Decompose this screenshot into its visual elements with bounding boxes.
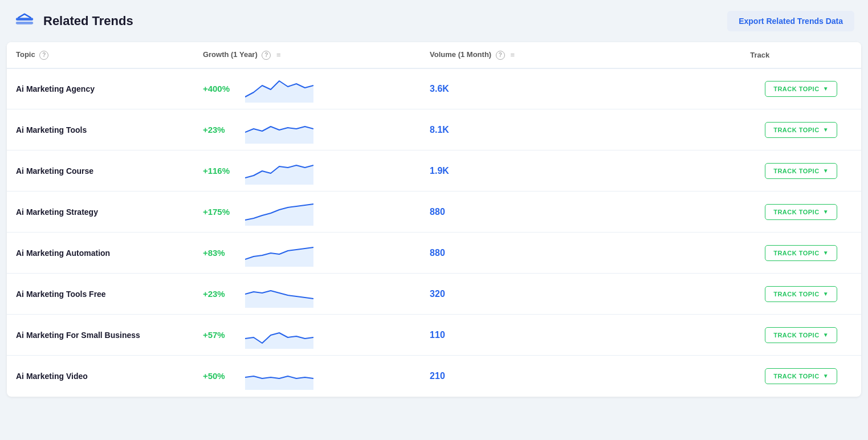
track-topic-button[interactable]: TRACK TOPIC▼ (765, 81, 837, 97)
growth-cell: +57% (203, 321, 411, 349)
table-container: Topic ? Growth (1 Year) ? ≡ Volume (1 Mo… (7, 42, 861, 397)
growth-cell: +116% (203, 157, 411, 185)
cell-track: TRACK TOPIC▼ (741, 233, 861, 274)
sparkline (245, 198, 313, 226)
track-button-arrow: ▼ (823, 332, 829, 338)
volume-info-icon[interactable]: ? (496, 51, 505, 60)
cell-topic: Ai Marketing Course (7, 150, 194, 192)
cell-growth: +116% (194, 150, 421, 192)
sparkline (245, 239, 313, 267)
growth-percent: +50% (203, 371, 238, 381)
track-button-arrow: ▼ (823, 127, 829, 133)
cell-track: TRACK TOPIC▼ (741, 315, 861, 356)
table-row: Ai Marketing Automation +83% 880TRACK TO… (7, 233, 861, 274)
growth-cell: +50% (203, 362, 411, 390)
table-header-row: Topic ? Growth (1 Year) ? ≡ Volume (1 Mo… (7, 42, 861, 68)
track-topic-button[interactable]: TRACK TOPIC▼ (765, 122, 837, 138)
page-container: Related Trends Export Related Trends Dat… (0, 0, 868, 440)
growth-percent: +83% (203, 248, 238, 258)
track-button-arrow: ▼ (823, 85, 829, 92)
growth-percent: +175% (203, 207, 238, 217)
track-topic-button[interactable]: TRACK TOPIC▼ (765, 368, 837, 384)
growth-cell: +83% (203, 239, 411, 267)
growth-percent: +23% (203, 125, 238, 135)
cell-track: TRACK TOPIC▼ (741, 109, 861, 150)
track-button-label: TRACK TOPIC (773, 291, 819, 298)
cell-growth: +50% (194, 356, 421, 397)
data-table: Topic ? Growth (1 Year) ? ≡ Volume (1 Mo… (7, 42, 861, 397)
track-button-arrow: ▼ (823, 209, 829, 215)
col-header-topic: Topic ? (7, 42, 194, 68)
track-topic-button[interactable]: TRACK TOPIC▼ (765, 204, 837, 220)
cell-topic: Ai Marketing Video (7, 356, 194, 397)
sparkline (245, 280, 313, 308)
growth-info-icon[interactable]: ? (262, 51, 271, 60)
track-button-label: TRACK TOPIC (773, 332, 819, 339)
export-button[interactable]: Export Related Trends Data (727, 11, 854, 31)
table-row: Ai Marketing Agency +400% 3.6KTRACK TOPI… (7, 68, 861, 109)
cell-volume: 880 (421, 192, 741, 233)
cell-growth: +175% (194, 192, 421, 233)
track-topic-button[interactable]: TRACK TOPIC▼ (765, 286, 837, 302)
logo-icon (14, 10, 35, 32)
growth-cell: +175% (203, 198, 411, 226)
track-topic-button[interactable]: TRACK TOPIC▼ (765, 327, 837, 343)
cell-growth: +400% (194, 68, 421, 109)
cell-topic: Ai Marketing Tools Free (7, 274, 194, 315)
cell-track: TRACK TOPIC▼ (741, 192, 861, 233)
cell-growth: +83% (194, 233, 421, 274)
cell-volume: 1.9K (421, 150, 741, 192)
cell-volume: 210 (421, 356, 741, 397)
track-button-label: TRACK TOPIC (773, 168, 819, 174)
table-row: Ai Marketing Course +116% 1.9KTRACK TOPI… (7, 150, 861, 192)
track-button-label: TRACK TOPIC (773, 373, 819, 380)
sparkline (245, 75, 313, 103)
growth-filter-icon[interactable]: ≡ (276, 51, 281, 59)
cell-topic: Ai Marketing Automation (7, 233, 194, 274)
growth-cell: +23% (203, 280, 411, 308)
cell-volume: 110 (421, 315, 741, 356)
cell-volume: 320 (421, 274, 741, 315)
col-header-volume: Volume (1 Month) ? ≡ (421, 42, 741, 68)
growth-percent: +23% (203, 289, 238, 299)
table-row: Ai Marketing Strategy +175% 880TRACK TOP… (7, 192, 861, 233)
cell-topic: Ai Marketing Agency (7, 68, 194, 109)
sparkline (245, 157, 313, 185)
track-topic-button[interactable]: TRACK TOPIC▼ (765, 245, 837, 261)
track-button-arrow: ▼ (823, 291, 829, 297)
cell-track: TRACK TOPIC▼ (741, 356, 861, 397)
table-row: Ai Marketing Tools +23% 8.1KTRACK TOPIC▼ (7, 109, 861, 150)
volume-filter-icon[interactable]: ≡ (510, 51, 515, 59)
track-button-arrow: ▼ (823, 373, 829, 379)
track-button-label: TRACK TOPIC (773, 85, 819, 92)
track-button-label: TRACK TOPIC (773, 127, 819, 133)
col-header-growth: Growth (1 Year) ? ≡ (194, 42, 421, 68)
cell-growth: +23% (194, 109, 421, 150)
sparkline (245, 321, 313, 349)
sparkline (245, 362, 313, 390)
table-row: Ai Marketing Video +50% 210TRACK TOPIC▼ (7, 356, 861, 397)
header: Related Trends Export Related Trends Dat… (0, 0, 868, 42)
sparkline (245, 116, 313, 144)
col-header-track: Track (741, 42, 861, 68)
track-button-arrow: ▼ (823, 250, 829, 256)
cell-growth: +23% (194, 274, 421, 315)
growth-cell: +23% (203, 116, 411, 144)
growth-percent: +57% (203, 330, 238, 340)
svg-rect-1 (16, 22, 33, 25)
track-button-label: TRACK TOPIC (773, 209, 819, 215)
growth-cell: +400% (203, 75, 411, 103)
cell-track: TRACK TOPIC▼ (741, 274, 861, 315)
track-button-label: TRACK TOPIC (773, 250, 819, 256)
cell-topic: Ai Marketing Tools (7, 109, 194, 150)
topic-info-icon[interactable]: ? (39, 51, 48, 60)
header-left: Related Trends (14, 10, 133, 32)
cell-growth: +57% (194, 315, 421, 356)
cell-topic: Ai Marketing For Small Business (7, 315, 194, 356)
track-button-arrow: ▼ (823, 168, 829, 174)
cell-volume: 3.6K (421, 68, 741, 109)
cell-track: TRACK TOPIC▼ (741, 150, 861, 192)
page-title: Related Trends (43, 14, 133, 28)
table-row: Ai Marketing Tools Free +23% 320TRACK TO… (7, 274, 861, 315)
track-topic-button[interactable]: TRACK TOPIC▼ (765, 163, 837, 179)
